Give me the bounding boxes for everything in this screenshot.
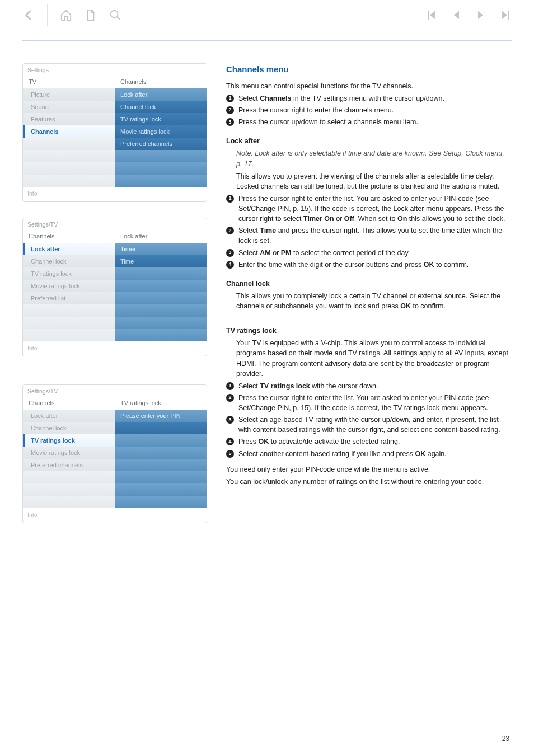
submenu-empty [115,162,207,175]
toolbar [22,6,512,25]
submenu-item: Time [115,255,207,267]
section-desc: Your TV is equipped with a V-chip. This … [236,338,512,379]
step-num-icon: 2 [226,227,234,234]
section-desc: This allows you to completely lock a cer… [236,291,512,311]
card-footer: Info [23,508,207,523]
last-page-icon[interactable] [499,9,512,21]
next-page-icon[interactable] [475,9,487,21]
panel-header: Channels [23,396,115,410]
menu-item: Movie ratings lock [23,447,115,459]
submenu-empty [115,447,207,459]
step-num-icon: 2 [226,394,234,402]
menu-item-selected: Channels [23,125,115,138]
settings-card-2: Settings/TV Channels Lock after Channel … [22,218,207,356]
panel-header: Channels [115,75,207,88]
menu-item: Sound [23,101,115,113]
content-column: Channels menu This menu can control spec… [226,63,512,539]
first-page-icon[interactable] [425,9,438,21]
step-num-icon: 3 [226,118,234,126]
submenu-empty [115,329,207,341]
step-num-icon: 1 [226,195,234,203]
menu-item: Lock after [23,410,115,422]
panel-header: Lock after [115,229,207,243]
step-num-icon: 1 [226,95,234,102]
submenu-item: Timer [115,243,207,255]
submenu-empty [115,483,207,496]
tail-text: You need only enter your PIN-code once w… [226,464,512,475]
menu-item-selected: Lock after [23,243,115,255]
submenu-empty [115,292,207,304]
menu-item: Preferred channels [23,459,115,471]
card-footer: Info [23,341,207,356]
card-title: Settings/TV [23,218,207,229]
step-num-icon: 2 [226,106,234,114]
panel-header: Channels [23,229,115,243]
submenu-item: Please enter your PIN [115,410,207,422]
submenu-empty [115,459,207,471]
menu-empty [23,304,115,317]
panel-header: TV ratings lock [115,396,207,410]
step-num-icon: 4 [226,438,234,445]
submenu-item: Lock after [115,88,207,101]
submenu-item: TV ratings lock [115,113,207,125]
menu-item: Features [23,113,115,125]
search-icon[interactable] [109,9,121,21]
intro-steps: 1Select Channels in the TV settings menu… [226,93,512,127]
step-num-icon: 3 [226,249,234,257]
submenu-item: Movie ratings lock [115,125,207,138]
card-title: Settings/TV [23,385,207,396]
step-num-icon: 5 [226,450,234,458]
menu-item: Movie ratings lock [23,280,115,292]
submenu-empty [115,280,207,292]
submenu-empty [115,267,207,280]
submenu-empty [115,304,207,317]
menu-empty [23,329,115,341]
menu-empty [23,471,115,483]
tv-ratings-steps: 1Select TV ratings lock with the cursor … [226,381,512,459]
menu-empty [23,496,115,508]
menu-item: Picture [23,88,115,101]
menu-item: Channel lock [23,422,115,434]
menu-empty [23,150,115,162]
header-rule [22,40,512,41]
tail-text: You can lock/unlock any number of rating… [226,477,512,487]
intro-text: This menu can control special functions … [226,81,512,91]
section-heading: Channel lock [226,279,512,289]
pin-placeholder: ---- [115,422,207,434]
submenu-item: Preferred channels [115,138,207,150]
document-icon[interactable] [85,9,97,21]
settings-card-3: Settings/TV Channels Lock after Channel … [22,384,207,523]
menu-empty [23,317,115,329]
section-heading: TV ratings lock [226,326,512,336]
prev-page-icon[interactable] [450,9,462,21]
submenu-empty [115,175,207,187]
submenu-item: Channel lock [115,101,207,113]
submenu-empty [115,471,207,483]
panel-header: TV [23,75,115,88]
menu-item: TV ratings lock [23,267,115,280]
section-desc: This allows you to prevent the viewing o… [236,171,512,191]
page-title: Channels menu [226,63,512,76]
settings-card-1: Settings TV Picture Sound Features Chann… [22,63,207,202]
section-heading: Lock after [226,136,512,146]
toolbar-separator [47,4,48,26]
note-text: Note: Lock after is only selectable if t… [236,148,512,168]
back-arrow-icon[interactable] [22,9,35,21]
home-icon[interactable] [60,9,72,21]
menu-empty [23,175,115,187]
step-num-icon: 1 [226,382,234,390]
card-footer: Info [23,187,207,201]
menu-item: Preferred list [23,292,115,304]
menu-empty [23,162,115,175]
submenu-empty [115,150,207,162]
lock-after-steps: 1Press the cursor right to enter the lis… [226,194,512,270]
step-num-icon: 3 [226,416,234,424]
submenu-empty [115,496,207,508]
submenu-empty [115,317,207,329]
submenu-empty [115,434,207,447]
menu-empty [23,138,115,150]
menu-item: Channel lock [23,255,115,267]
step-num-icon: 4 [226,261,234,269]
menu-empty [23,483,115,496]
page-number: 23 [502,735,509,743]
